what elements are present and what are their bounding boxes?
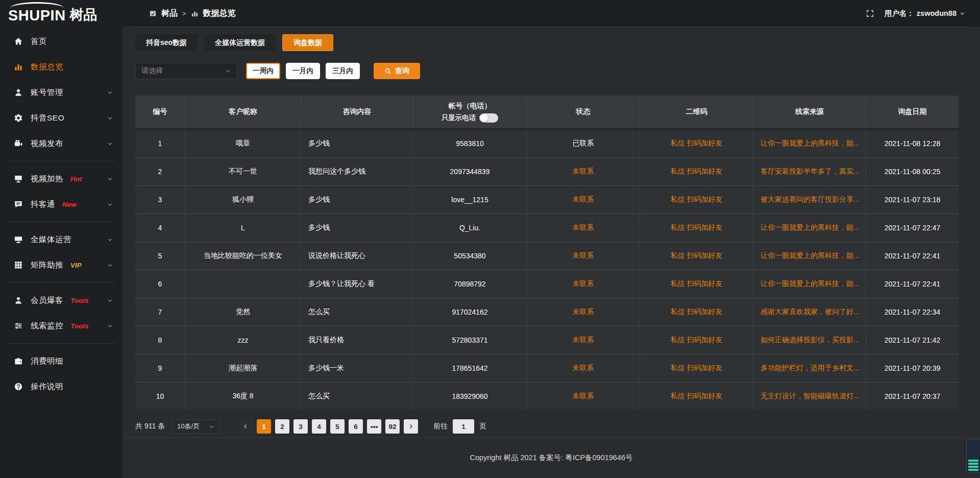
tab-1[interactable]: 抖音seo数据 [135, 34, 198, 51]
cell-qrcode-link[interactable]: 私信 扫码加好友 [640, 158, 753, 185]
cell-source-link[interactable]: 让你一眼就爱上的黑科技，能... [753, 130, 866, 157]
corner-widget[interactable] [966, 439, 980, 473]
cell-qrcode-link[interactable]: 私信 扫码加好友 [640, 299, 753, 325]
cell-qrcode-link[interactable]: 私信 扫码加好友 [640, 130, 753, 157]
sidebar-item-4[interactable]: 抖音SEO [0, 105, 122, 131]
cell-source-link[interactable]: 多功能护栏灯，适用于乡村文... [753, 355, 866, 381]
table-row: 8zzz我只看价格572803371未联系私信 扫码加好友如何正确选择投影仪，买… [135, 327, 959, 355]
query-button[interactable]: 查询 [374, 63, 420, 79]
cell-no: 1 [135, 130, 185, 157]
table-row: 1036度 8怎么买183929060未联系私信 扫码加好友无主灯设计，智能磁吸… [135, 383, 959, 410]
cell-no: 2 [135, 158, 185, 185]
breadcrumb-current: 数据总览 [203, 8, 236, 19]
page-button-6[interactable]: 6 [349, 419, 363, 434]
tab-3[interactable]: 询盘数据 [282, 34, 333, 51]
range-button-1[interactable]: 一周内 [246, 63, 280, 79]
cell-qrcode-link[interactable]: 私信 扫码加好友 [640, 271, 753, 297]
page-button-3[interactable]: 3 [293, 419, 308, 434]
cell-source-link[interactable]: 感谢大家喜欢我家，被问了好... [753, 299, 866, 325]
range-button-3[interactable]: 三月内 [326, 63, 360, 79]
page-ellipsis-button[interactable]: ••• [367, 419, 381, 434]
sidebar-item-label: 会员爆客 [31, 295, 63, 306]
cell-source-link[interactable]: 客厅安装投影半年多了，真实... [753, 158, 866, 185]
cell-source-link[interactable]: 让你一眼就爱上的黑科技，能... [753, 271, 866, 297]
sidebar-item-6[interactable]: 视频加热Hot [0, 166, 122, 192]
fullscreen-icon[interactable] [866, 9, 874, 18]
sidebar-item-9[interactable]: 矩阵助推VIP [0, 252, 122, 278]
sidebar-item-10[interactable]: 会员爆客Tools [0, 288, 122, 313]
cell-status: 未联系 [527, 327, 640, 353]
header-no: 编号 [135, 95, 185, 128]
cell-source-link[interactable]: 让你一眼就爱上的黑科技，能... [753, 243, 866, 269]
cell-source-link[interactable]: 让你一眼就爱上的黑科技，能... [753, 214, 866, 241]
member-icon [14, 296, 23, 305]
cell-content: 我想问这个多少钱 [301, 158, 413, 185]
sidebar-item-2[interactable]: 数据总览 [0, 54, 122, 80]
cell-account: Q_Liu. [413, 214, 527, 241]
sidebar-divider [7, 161, 115, 161]
sidebar-item-label: 视频加热 [31, 174, 63, 184]
breadcrumb-home[interactable]: 树品 [161, 8, 178, 19]
next-page-button[interactable] [404, 419, 418, 434]
header-status: 状态 [527, 95, 640, 128]
page-button-92[interactable]: 92 [385, 419, 400, 434]
cell-source-link[interactable]: 被大家追着问的客厅投影分享... [753, 186, 866, 213]
cell-qrcode-link[interactable]: 私信 扫码加好友 [640, 214, 753, 241]
user-menu[interactable]: 用户名： zswodun88 [885, 9, 966, 18]
sliders-icon [14, 321, 23, 330]
cell-qrcode-link[interactable]: 私信 扫码加好友 [640, 355, 753, 381]
sidebar-item-badge: VIP [70, 261, 82, 269]
filter-select-placeholder: 请选择 [141, 66, 163, 76]
cell-status: 未联系 [527, 186, 640, 213]
sidebar-item-badge: Hot [70, 175, 82, 183]
sidebar-item-1[interactable]: 首页 [0, 29, 122, 54]
cell-qrcode-link[interactable]: 私信 扫码加好友 [640, 186, 753, 213]
table-row: 1哦章多少钱9583810已联系私信 扫码加好友让你一眼就爱上的黑科技，能...… [135, 130, 959, 158]
cell-status: 未联系 [527, 299, 640, 325]
cell-account: 572803371 [413, 327, 527, 353]
phone-toggle-label: 只显示电话 [442, 113, 476, 123]
sidebar-item-8[interactable]: 全媒体运营 [0, 227, 122, 252]
sidebar-item-label: 矩阵助推 [31, 260, 63, 271]
sidebar-item-5[interactable]: 视频发布 [0, 131, 122, 156]
header-qrcode: 二维码 [640, 95, 753, 128]
query-button-label: 查询 [395, 66, 409, 76]
corner-widget-bar [968, 466, 978, 468]
inquiry-table: 编号 客户昵称 咨询内容 帐号（电话） 只显示电话 状态 二维码 线索来源 询盘… [135, 95, 959, 410]
cell-no: 4 [135, 214, 185, 241]
cell-date: 2021-11-07 22:41 [866, 271, 959, 297]
page-size-select[interactable]: 10条/页 [172, 419, 220, 434]
page-number-group: 123456•••92 [257, 419, 400, 434]
prev-page-button[interactable] [238, 419, 253, 434]
phone-only-toggle[interactable] [479, 113, 498, 123]
page-button-2[interactable]: 2 [275, 419, 289, 434]
sidebar-item-3[interactable]: 账号管理 [0, 80, 122, 105]
header-date: 询盘日期 [866, 95, 959, 128]
goto-label: 前往 [433, 422, 448, 431]
sidebar-item-13[interactable]: 操作说明 [0, 374, 122, 399]
filter-select[interactable]: 请选择 [135, 63, 237, 79]
range-button-2[interactable]: 一月内 [286, 63, 320, 79]
cell-qrcode-link[interactable]: 私信 扫码加好友 [640, 327, 753, 353]
page-button-4[interactable]: 4 [312, 419, 326, 434]
breadcrumb: 树品 > 数据总览 [149, 8, 236, 19]
cell-date: 2021-11-07 22:47 [866, 214, 959, 241]
sidebar-item-label: 消费明细 [31, 356, 63, 367]
cell-qrcode-link[interactable]: 私信 扫码加好友 [640, 383, 753, 410]
cell-source-link[interactable]: 无主灯设计，智能磁吸轨道灯... [753, 383, 866, 410]
gear-icon [14, 113, 23, 123]
sidebar-item-11[interactable]: 线索监控Tools [0, 313, 122, 339]
cell-qrcode-link[interactable]: 私信 扫码加好友 [640, 243, 753, 269]
tab-2[interactable]: 全媒体运营数据 [204, 34, 276, 51]
cell-no: 9 [135, 355, 185, 381]
page-button-5[interactable]: 5 [330, 419, 345, 434]
cell-source-link[interactable]: 如何正确选择投影仪，买投影... [753, 327, 866, 353]
chevron-left-icon [242, 423, 249, 429]
sidebar-item-7[interactable]: 抖客通New [0, 192, 122, 217]
cell-nickname [185, 271, 301, 297]
goto-page-input[interactable]: 1 [453, 419, 474, 434]
page-button-1[interactable]: 1 [257, 419, 271, 434]
chevron-down-icon [107, 297, 113, 304]
sidebar-item-12[interactable]: 消费明细 [0, 348, 122, 374]
table-row: 3狐小狸多少钱love__1215未联系私信 扫码加好友被大家追着问的客厅投影分… [135, 186, 959, 214]
